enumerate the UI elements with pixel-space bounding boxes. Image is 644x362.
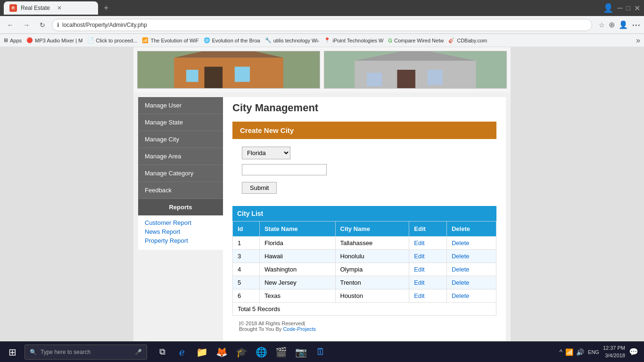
bookmark-mp3[interactable]: 🔴 MP3 Audio Mixer | M: [26, 37, 83, 43]
bookmarks-more-button[interactable]: »: [636, 36, 640, 45]
taskbar-app5[interactable]: 🎓: [232, 343, 251, 362]
cell-city: Trenton: [335, 276, 409, 289]
extensions-icon[interactable]: ⊕: [609, 20, 615, 29]
city-table: Id State Name City Name Edit Delete 1 Fl…: [232, 221, 496, 316]
bookmark-ipoint[interactable]: 📍 iPoint Technologies W: [324, 37, 383, 43]
taskbar-app8[interactable]: 📷: [291, 343, 310, 362]
cell-delete: Delete: [446, 237, 496, 250]
hero-image-1: [137, 51, 320, 89]
address-bar[interactable]: ℹ localhost/Property/Admin/City.php: [52, 19, 592, 31]
delete-link[interactable]: Delete: [452, 292, 470, 299]
delete-link[interactable]: Delete: [452, 279, 470, 286]
star-icon[interactable]: ☆: [599, 21, 605, 29]
sidebar-item-feedback[interactable]: Feedback: [138, 182, 223, 199]
profile-avatar[interactable]: 👤: [619, 20, 628, 29]
tab-close-button[interactable]: ✕: [56, 4, 63, 12]
toolbar-icons: ☆ ⊕ 👤 ⋯: [599, 20, 640, 30]
bookmark-broadband[interactable]: 🌐 Evolution of the Broa: [204, 37, 260, 43]
footer-copyright: |© 2018 All Rights Reserved|: [239, 321, 490, 326]
browser-tab[interactable]: R Real Estate ✕: [4, 1, 98, 15]
edit-link[interactable]: Edit: [414, 266, 424, 273]
more-options-icon[interactable]: ⋯: [632, 20, 640, 30]
network-icon[interactable]: 📶: [565, 348, 573, 356]
sidebar-item-manage-user[interactable]: Manage User: [138, 97, 223, 114]
compare-icon: G: [388, 38, 392, 43]
sidebar-item-manage-area[interactable]: Manage Area: [138, 148, 223, 165]
svg-rect-9: [397, 70, 415, 88]
edge-icon: ℯ: [179, 346, 185, 358]
edit-link[interactable]: Edit: [414, 279, 424, 286]
delete-link[interactable]: Delete: [452, 253, 470, 260]
taskbar-edge[interactable]: ℯ: [173, 343, 191, 362]
taskbar-chrome[interactable]: 🌐: [252, 343, 271, 362]
footer-credit-link[interactable]: Code-Projects: [283, 326, 316, 332]
clock-date: 3/4/2018: [603, 352, 625, 359]
taskbar-file-explorer[interactable]: 📁: [192, 343, 211, 362]
sidebar-item-manage-state[interactable]: Manage State: [138, 114, 223, 131]
browser-toolbar: ← → ↻ ℹ localhost/Property/Admin/City.ph…: [0, 16, 644, 34]
edit-link[interactable]: Edit: [414, 253, 424, 260]
broadband-label: Evolution of the Broa: [212, 38, 260, 43]
back-button[interactable]: ←: [4, 18, 17, 32]
new-tab-button[interactable]: +: [104, 3, 109, 13]
app8-icon: 📷: [295, 346, 307, 358]
start-button[interactable]: ⊞: [2, 342, 23, 362]
submit-button[interactable]: Submit: [242, 182, 277, 194]
close-button[interactable]: ✕: [634, 4, 640, 13]
col-header-id: Id: [233, 222, 260, 237]
cdbaby-label: CDBaby.com: [457, 38, 487, 43]
table-row: 6 Texas Houston Edit Delete: [233, 289, 496, 303]
app7-icon: 🎬: [275, 346, 287, 358]
cell-id: 4: [233, 263, 260, 276]
profile-icon[interactable]: 👤: [603, 3, 613, 13]
ipoint-label: iPoint Technologies W: [332, 38, 383, 43]
edit-link[interactable]: Edit: [414, 292, 424, 299]
taskbar-task-view[interactable]: ⧉: [153, 343, 172, 362]
cell-delete: Delete: [446, 289, 496, 303]
refresh-button[interactable]: ↻: [36, 18, 49, 32]
taskbar-app9[interactable]: 🗓: [311, 343, 330, 362]
sidebar-item-manage-city[interactable]: Manage City: [138, 131, 223, 148]
cell-edit: Edit: [409, 237, 447, 250]
bookmark-proceed[interactable]: 📄 Click to proceed...: [87, 37, 137, 43]
proceed-icon: 📄: [87, 37, 94, 43]
mic-icon: 🎤: [135, 349, 142, 355]
page-footer: |© 2018 All Rights Reserved| Brought To …: [232, 316, 496, 337]
page-title: City Management: [232, 102, 496, 114]
volume-icon[interactable]: 🔊: [576, 348, 584, 356]
sidebar-item-manage-category[interactable]: Manage Category: [138, 165, 223, 182]
taskbar-clock[interactable]: 12:37 PM 3/4/2018: [603, 345, 625, 359]
lang-indicator: ENG: [588, 349, 599, 355]
maximize-button[interactable]: □: [627, 4, 630, 12]
tray-chevron[interactable]: ^: [559, 348, 562, 356]
bookmark-cdbaby[interactable]: 🎸 CDBaby.com: [448, 37, 487, 43]
forward-button[interactable]: →: [20, 18, 33, 32]
state-select[interactable]: Florida Hawaii Washington New Jersey Tex…: [242, 147, 290, 159]
notification-icon[interactable]: 💬: [629, 347, 638, 356]
bookmark-compare-wired[interactable]: G Compare Wired Netw: [388, 38, 444, 43]
cell-state: Florida: [259, 237, 335, 250]
taskbar-firefox[interactable]: 🦊: [212, 343, 231, 362]
url-text: localhost/Property/Admin/City.php: [62, 22, 147, 28]
edit-link[interactable]: Edit: [414, 239, 424, 247]
city-name-input[interactable]: [242, 164, 327, 175]
cell-id: 6: [233, 289, 260, 303]
customer-report-link[interactable]: Customer Report: [145, 219, 216, 226]
property-report-link[interactable]: Property Report: [145, 237, 216, 244]
table-row: 5 New Jersey Trenton Edit Delete: [233, 276, 496, 289]
utilis-icon: 🔧: [265, 37, 272, 43]
bookmark-utilis[interactable]: 🔧 utilis technology Wi-: [265, 37, 320, 43]
cell-id: 3: [233, 250, 260, 263]
delete-link[interactable]: Delete: [452, 266, 470, 273]
news-report-link[interactable]: News Report: [145, 228, 216, 235]
minimize-button[interactable]: ─: [617, 4, 622, 12]
apps-label: Apps: [10, 38, 22, 43]
taskbar-app7[interactable]: 🎬: [272, 343, 290, 362]
bookmark-wifi-evol[interactable]: 📶 The Evolution of WiF: [142, 37, 198, 43]
table-row: 3 Hawaii Honolulu Edit Delete: [233, 250, 496, 263]
create-city-header: Create New City: [232, 122, 496, 139]
bookmark-apps[interactable]: ⊞ Apps: [4, 37, 22, 43]
taskbar-search-bar[interactable]: 🔍 Type here to search 🎤: [25, 345, 147, 360]
delete-link[interactable]: Delete: [452, 239, 470, 247]
search-icon: 🔍: [30, 349, 37, 355]
